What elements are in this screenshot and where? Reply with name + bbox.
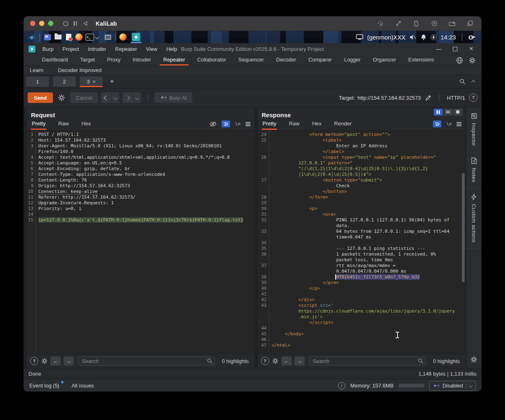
- response-editor[interactable]: 24<form method="post" action="">25<label…: [258, 131, 466, 354]
- search-help-icon[interactable]: ?: [30, 357, 38, 365]
- repeater-tab-3[interactable]: 3×: [80, 77, 103, 87]
- tab-sequencer[interactable]: Sequencer: [232, 55, 270, 66]
- response-tab-raw[interactable]: Raw: [288, 118, 300, 130]
- request-editor[interactable]: 1POST / HTTP/1.12Host: 154.57.164.62:325…: [27, 131, 255, 354]
- target-url[interactable]: http://154.57.164.62:32573: [358, 95, 421, 101]
- pause-icon[interactable]: [70, 20, 80, 28]
- tab-comparer[interactable]: Comparer: [302, 55, 338, 66]
- disc-icon[interactable]: [429, 20, 439, 28]
- workspace-icon[interactable]: [42, 32, 53, 42]
- tab-decoder[interactable]: Decoder: [270, 55, 302, 66]
- taskbar-burp-window[interactable]: [131, 32, 141, 42]
- minimize-icon[interactable]: —: [436, 46, 441, 52]
- http-version-label[interactable]: HTTP/1: [447, 95, 465, 101]
- search-settings-gear-icon[interactable]: [272, 358, 279, 364]
- tab-logger[interactable]: Logger: [338, 55, 367, 66]
- single-layout-icon[interactable]: [453, 109, 462, 116]
- collapse-icon[interactable]: [472, 80, 476, 84]
- file-manager-icon[interactable]: [53, 32, 63, 42]
- request-search-input[interactable]: [78, 357, 215, 365]
- tab-learn[interactable]: Learn: [30, 67, 43, 73]
- close-tab-icon[interactable]: ×: [92, 79, 96, 85]
- display-settings-icon[interactable]: [356, 34, 363, 40]
- history-back-button[interactable]: [101, 92, 111, 103]
- notifications-bell-icon[interactable]: [421, 34, 426, 40]
- windows-icon[interactable]: [465, 20, 475, 28]
- sidebar-item-custom-actions[interactable]: Custom actions: [466, 188, 481, 249]
- tab-target[interactable]: Target: [74, 55, 101, 66]
- sidebar-item-inspector[interactable]: Inspector: [466, 107, 481, 152]
- edit-target-pencil-icon[interactable]: [425, 94, 432, 101]
- show-newlines-icon[interactable]: \n: [235, 121, 240, 127]
- response-search-input[interactable]: [309, 357, 426, 365]
- firefox-icon[interactable]: [74, 32, 84, 42]
- tab-extensions[interactable]: Extensions: [402, 55, 441, 66]
- kali-menu-icon[interactable]: [27, 32, 37, 42]
- search-settings-gear-icon[interactable]: [41, 358, 48, 364]
- clock-label[interactable]: 14:23: [441, 34, 456, 41]
- scrollbar-thumb[interactable]: [462, 173, 465, 282]
- menu-burp[interactable]: Burp: [38, 46, 58, 52]
- maximize-icon[interactable]: [452, 46, 458, 52]
- request-tab-pretty[interactable]: Pretty: [31, 118, 46, 130]
- power-manager-icon[interactable]: [430, 34, 437, 40]
- menu-help[interactable]: Help: [162, 46, 182, 52]
- tab-organizer[interactable]: Organizer: [367, 55, 402, 66]
- repeater-tab-2[interactable]: 2: [53, 77, 76, 87]
- terminal-icon[interactable]: >_: [84, 32, 95, 42]
- request-tab-raw[interactable]: Raw: [57, 118, 70, 130]
- search-icon[interactable]: [459, 79, 465, 85]
- tab-collaborator[interactable]: Collaborator: [191, 55, 232, 66]
- response-tab-hex[interactable]: Hex: [311, 118, 322, 130]
- memory-info-icon[interactable]: i: [338, 382, 345, 389]
- event-log-button[interactable]: Event log (5): [29, 383, 59, 389]
- next-match-button[interactable]: →: [294, 357, 305, 365]
- show-newlines-icon[interactable]: \n: [446, 121, 452, 127]
- editor-menu-icon[interactable]: [457, 124, 461, 125]
- taskbar-firefox-window[interactable]: [118, 32, 128, 42]
- close-icon[interactable]: ×: [468, 46, 474, 52]
- close-button[interactable]: [30, 21, 35, 26]
- burp-ai-button[interactable]: ✦✧Burp AI: [154, 92, 192, 103]
- tab-decoder-improved[interactable]: Decoder Improved: [58, 67, 101, 73]
- tab-proxy[interactable]: Proxy: [101, 55, 127, 66]
- sidebar-settings-gear-icon[interactable]: [470, 356, 477, 363]
- tab-dashboard[interactable]: Dashboard: [36, 55, 74, 66]
- tab-repeater[interactable]: Repeater: [157, 55, 191, 66]
- zoom-button[interactable]: [48, 21, 53, 26]
- minimize-button[interactable]: [39, 21, 44, 26]
- history-forward-dropdown[interactable]: [133, 92, 141, 103]
- columns-layout-icon[interactable]: [434, 109, 443, 116]
- genmon-label[interactable]: (genmon)XXX: [367, 34, 406, 41]
- menu-intruder[interactable]: Intruder: [83, 46, 111, 52]
- logout-icon[interactable]: G: [468, 34, 476, 41]
- help-icon[interactable]: ?: [469, 94, 477, 102]
- all-issues-button[interactable]: All issues: [72, 383, 94, 389]
- hide-nonprintable-icon[interactable]: [209, 121, 217, 127]
- word-wrap-icon[interactable]: [222, 120, 230, 127]
- shared-folder-icon[interactable]: [447, 20, 457, 28]
- text-editor-icon[interactable]: [63, 32, 74, 42]
- prev-match-button[interactable]: ←: [50, 357, 61, 365]
- settings-gear-icon[interactable]: [469, 57, 476, 64]
- sidebar-item-notes[interactable]: Notes: [466, 152, 481, 188]
- usb-device-icon[interactable]: [411, 20, 421, 28]
- fullscreen-icon[interactable]: [393, 20, 403, 28]
- next-match-button[interactable]: →: [64, 357, 74, 365]
- display-icon[interactable]: [103, 32, 113, 42]
- response-tab-pretty[interactable]: Pretty: [262, 118, 277, 130]
- chevron-down-icon[interactable]: [469, 384, 473, 388]
- pointer-effects-icon[interactable]: [375, 20, 385, 28]
- terminal-dropdown-icon[interactable]: [95, 35, 99, 39]
- browser-globe-icon[interactable]: [456, 57, 463, 64]
- power-icon[interactable]: [61, 20, 70, 28]
- word-wrap-icon[interactable]: [433, 120, 441, 127]
- repeater-tab-1[interactable]: 1: [26, 77, 49, 87]
- rows-layout-icon[interactable]: [444, 109, 452, 116]
- menu-view[interactable]: View: [141, 46, 162, 52]
- response-tab-render[interactable]: Render: [334, 118, 353, 130]
- send-settings-gear-icon[interactable]: [56, 94, 67, 101]
- tab-intruder[interactable]: Intruder: [127, 55, 157, 66]
- send-button[interactable]: Send: [28, 92, 53, 103]
- eject-icon[interactable]: [80, 20, 90, 28]
